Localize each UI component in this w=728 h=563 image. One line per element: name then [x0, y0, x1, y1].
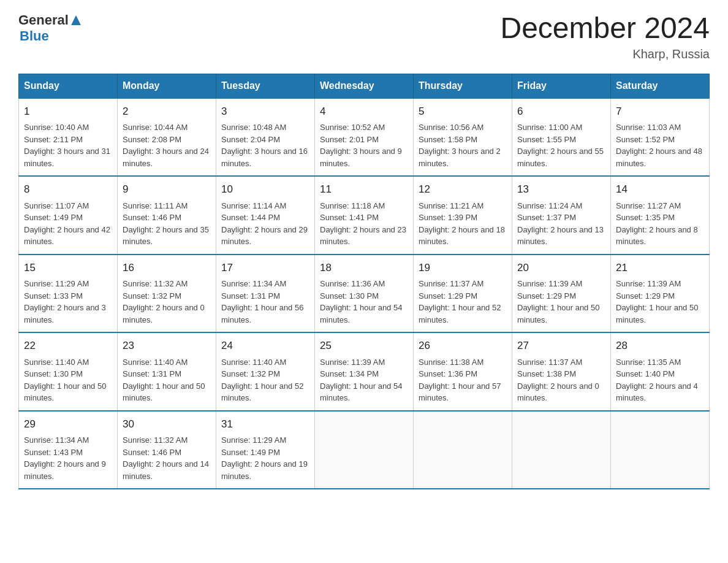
day-info: Sunrise: 11:32 AM Sunset: 1:46 PM Daylig… [123, 434, 211, 482]
table-row: 27 Sunrise: 11:37 AM Sunset: 1:38 PM Day… [512, 332, 611, 411]
day-number: 5 [419, 104, 507, 120]
table-row: 16 Sunrise: 11:32 AM Sunset: 1:32 PM Day… [118, 255, 216, 333]
day-number: 18 [320, 260, 408, 276]
table-row: 4 Sunrise: 10:52 AM Sunset: 2:01 PM Dayl… [315, 98, 414, 177]
table-row [512, 411, 611, 489]
calendar-week-1: 1 Sunrise: 10:40 AM Sunset: 2:11 PM Dayl… [19, 98, 710, 177]
day-info: Sunrise: 11:40 AM Sunset: 1:30 PM Daylig… [24, 356, 112, 404]
table-row [611, 411, 710, 489]
calendar-week-5: 29 Sunrise: 11:34 AM Sunset: 1:43 PM Day… [19, 411, 710, 489]
day-info: Sunrise: 11:39 AM Sunset: 1:34 PM Daylig… [320, 356, 408, 404]
header-tuesday: Tuesday [216, 74, 315, 98]
logo-blue: Blue [20, 28, 82, 44]
table-row: 29 Sunrise: 11:34 AM Sunset: 1:43 PM Day… [19, 411, 118, 489]
table-row: 20 Sunrise: 11:39 AM Sunset: 1:29 PM Day… [512, 255, 611, 333]
day-number: 20 [517, 260, 605, 276]
logo-general: General [18, 12, 69, 28]
day-info: Sunrise: 11:34 AM Sunset: 1:43 PM Daylig… [24, 434, 112, 482]
day-number: 3 [221, 104, 309, 120]
header-saturday: Saturday [611, 74, 710, 98]
day-number: 19 [419, 260, 507, 276]
day-info: Sunrise: 10:48 AM Sunset: 2:04 PM Daylig… [221, 121, 309, 169]
day-info: Sunrise: 11:18 AM Sunset: 1:41 PM Daylig… [320, 200, 408, 248]
table-row: 30 Sunrise: 11:32 AM Sunset: 1:46 PM Day… [118, 411, 216, 489]
day-info: Sunrise: 11:36 AM Sunset: 1:30 PM Daylig… [320, 278, 408, 326]
calendar-header-row: Sunday Monday Tuesday Wednesday Thursday… [19, 74, 710, 98]
day-number: 27 [517, 338, 605, 354]
month-title: December 2024 [500, 12, 710, 45]
table-row: 11 Sunrise: 11:18 AM Sunset: 1:41 PM Day… [315, 176, 414, 255]
day-info: Sunrise: 11:03 AM Sunset: 1:52 PM Daylig… [616, 121, 704, 169]
day-info: Sunrise: 11:11 AM Sunset: 1:46 PM Daylig… [123, 200, 211, 248]
day-number: 2 [123, 104, 211, 120]
day-number: 22 [24, 338, 112, 354]
day-info: Sunrise: 10:44 AM Sunset: 2:08 PM Daylig… [123, 121, 211, 169]
header-friday: Friday [512, 74, 611, 98]
table-row: 31 Sunrise: 11:29 AM Sunset: 1:49 PM Day… [216, 411, 315, 489]
day-info: Sunrise: 11:32 AM Sunset: 1:32 PM Daylig… [123, 278, 211, 326]
day-number: 10 [221, 182, 309, 197]
table-row [315, 411, 414, 489]
table-row: 12 Sunrise: 11:21 AM Sunset: 1:39 PM Day… [414, 176, 512, 255]
table-row: 9 Sunrise: 11:11 AM Sunset: 1:46 PM Dayl… [118, 176, 216, 255]
header-monday: Monday [118, 74, 216, 98]
day-number: 11 [320, 182, 408, 197]
day-number: 4 [320, 104, 408, 120]
day-number: 28 [616, 338, 704, 354]
table-row: 25 Sunrise: 11:39 AM Sunset: 1:34 PM Day… [315, 332, 414, 411]
table-row: 7 Sunrise: 11:03 AM Sunset: 1:52 PM Dayl… [611, 98, 710, 177]
table-row: 22 Sunrise: 11:40 AM Sunset: 1:30 PM Day… [19, 332, 118, 411]
logo-triangle-icon [70, 14, 82, 26]
table-row: 8 Sunrise: 11:07 AM Sunset: 1:49 PM Dayl… [19, 176, 118, 255]
day-number: 16 [123, 260, 211, 276]
day-number: 9 [123, 182, 211, 197]
svg-marker-0 [71, 15, 81, 25]
calendar-week-3: 15 Sunrise: 11:29 AM Sunset: 1:33 PM Day… [19, 255, 710, 333]
location: Kharp, Russia [500, 47, 710, 61]
table-row: 23 Sunrise: 11:40 AM Sunset: 1:31 PM Day… [118, 332, 216, 411]
calendar-week-4: 22 Sunrise: 11:40 AM Sunset: 1:30 PM Day… [19, 332, 710, 411]
day-info: Sunrise: 11:34 AM Sunset: 1:31 PM Daylig… [221, 278, 309, 326]
table-row: 17 Sunrise: 11:34 AM Sunset: 1:31 PM Day… [216, 255, 315, 333]
day-info: Sunrise: 11:39 AM Sunset: 1:29 PM Daylig… [517, 278, 605, 326]
table-row: 24 Sunrise: 11:40 AM Sunset: 1:32 PM Day… [216, 332, 315, 411]
day-info: Sunrise: 11:29 AM Sunset: 1:49 PM Daylig… [221, 434, 309, 482]
day-number: 21 [616, 260, 704, 276]
day-info: Sunrise: 10:56 AM Sunset: 1:58 PM Daylig… [419, 121, 507, 169]
table-row: 15 Sunrise: 11:29 AM Sunset: 1:33 PM Day… [19, 255, 118, 333]
day-number: 14 [616, 182, 704, 197]
table-row: 19 Sunrise: 11:37 AM Sunset: 1:29 PM Day… [414, 255, 512, 333]
table-row: 28 Sunrise: 11:35 AM Sunset: 1:40 PM Day… [611, 332, 710, 411]
page-header: General Blue December 2024 Kharp, Russia [18, 12, 710, 61]
title-area: December 2024 Kharp, Russia [500, 12, 710, 61]
calendar-table: Sunday Monday Tuesday Wednesday Thursday… [18, 74, 710, 490]
day-number: 23 [123, 338, 211, 354]
table-row: 3 Sunrise: 10:48 AM Sunset: 2:04 PM Dayl… [216, 98, 315, 177]
day-info: Sunrise: 11:14 AM Sunset: 1:44 PM Daylig… [221, 200, 309, 248]
logo: General Blue [18, 12, 82, 44]
day-number: 25 [320, 338, 408, 354]
day-info: Sunrise: 10:52 AM Sunset: 2:01 PM Daylig… [320, 121, 408, 169]
day-number: 24 [221, 338, 309, 354]
table-row: 2 Sunrise: 10:44 AM Sunset: 2:08 PM Dayl… [118, 98, 216, 177]
day-info: Sunrise: 11:00 AM Sunset: 1:55 PM Daylig… [517, 121, 605, 169]
table-row: 1 Sunrise: 10:40 AM Sunset: 2:11 PM Dayl… [19, 98, 118, 177]
day-info: Sunrise: 11:38 AM Sunset: 1:36 PM Daylig… [419, 356, 507, 404]
day-info: Sunrise: 11:37 AM Sunset: 1:29 PM Daylig… [419, 278, 507, 326]
day-number: 17 [221, 260, 309, 276]
day-number: 1 [24, 104, 112, 120]
day-number: 15 [24, 260, 112, 276]
day-info: Sunrise: 11:29 AM Sunset: 1:33 PM Daylig… [24, 278, 112, 326]
day-info: Sunrise: 11:35 AM Sunset: 1:40 PM Daylig… [616, 356, 704, 404]
table-row: 14 Sunrise: 11:27 AM Sunset: 1:35 PM Day… [611, 176, 710, 255]
header-wednesday: Wednesday [315, 74, 414, 98]
table-row: 18 Sunrise: 11:36 AM Sunset: 1:30 PM Day… [315, 255, 414, 333]
day-info: Sunrise: 10:40 AM Sunset: 2:11 PM Daylig… [24, 121, 112, 169]
day-number: 12 [419, 182, 507, 197]
table-row: 5 Sunrise: 10:56 AM Sunset: 1:58 PM Dayl… [414, 98, 512, 177]
header-sunday: Sunday [19, 74, 118, 98]
day-number: 13 [517, 182, 605, 197]
header-thursday: Thursday [414, 74, 512, 98]
table-row: 13 Sunrise: 11:24 AM Sunset: 1:37 PM Day… [512, 176, 611, 255]
day-number: 31 [221, 416, 309, 432]
